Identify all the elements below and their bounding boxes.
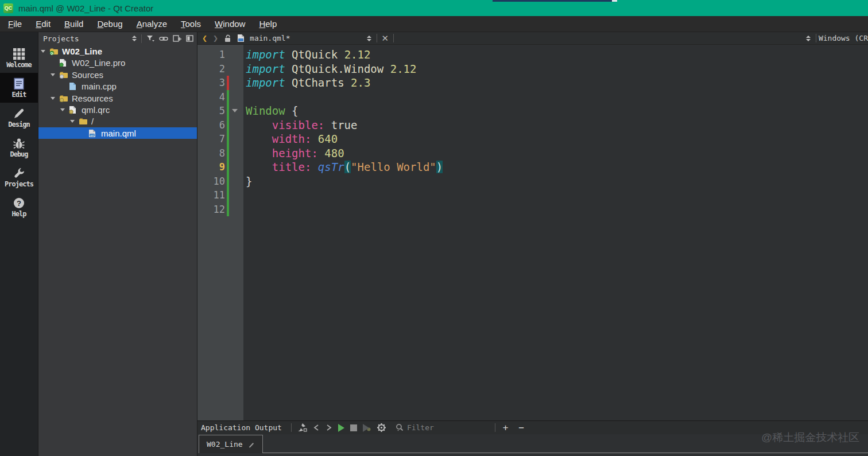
rerun-pencil-icon[interactable] [248, 441, 255, 448]
code-line-4[interactable] [246, 90, 443, 104]
line-ending-selector[interactable]: Windows (CR [819, 34, 868, 42]
mode-welcome[interactable]: Welcome [0, 43, 38, 73]
mode-debug[interactable]: Debug [0, 132, 38, 162]
menu-build[interactable]: Build [57, 16, 90, 32]
code-line-7[interactable]: width: 640 [246, 132, 443, 146]
menu-file[interactable]: File [1, 16, 29, 32]
stop-icon[interactable] [350, 424, 357, 431]
mode-help[interactable]: ?Help [0, 192, 38, 222]
menu-debug[interactable]: Debug [90, 16, 129, 32]
code-line-10[interactable]: } [246, 174, 443, 189]
tree-item-qml-qrc[interactable]: qml.qrc [38, 104, 197, 115]
qt-project-folder-icon: Qt [49, 47, 59, 55]
code-line-8[interactable]: height: 480 [246, 146, 443, 161]
code-line-2[interactable]: import QtQuick.Window 2.12 [246, 62, 443, 76]
line-number[interactable]: 7 [197, 132, 227, 146]
close-pane-icon[interactable] [186, 35, 193, 42]
run-debug-icon[interactable] [363, 424, 371, 432]
open-document-label[interactable]: main.qml* [250, 34, 290, 42]
mode-edit[interactable]: Edit [0, 73, 38, 103]
expand-arrow-icon[interactable] [70, 120, 75, 123]
tree-item-w02-line-pro[interactable]: W02_Line.pro [38, 57, 197, 68]
filter-icon[interactable] [146, 35, 154, 42]
line-number[interactable]: 8 [197, 146, 227, 161]
filter-input[interactable] [407, 423, 476, 432]
separator [495, 423, 495, 432]
zoom-out-button[interactable]: − [513, 422, 529, 433]
run-icon[interactable] [338, 424, 344, 432]
tree-item-main-qml[interactable]: qmlmain.qml [38, 127, 197, 139]
menu-analyze[interactable]: Analyze [130, 16, 174, 32]
line-number[interactable]: 5 [197, 104, 227, 118]
window-edge-artifact [493, 0, 612, 2]
expand-arrow-icon[interactable] [51, 73, 55, 76]
menu-window[interactable]: Window [208, 16, 252, 32]
projects-panel: Projects QtW02_LineW02_Line.proSourcesma… [38, 32, 197, 456]
code-line-9[interactable]: title: qsTr("Hello World") [246, 160, 443, 174]
code-line-1[interactable]: import QtQuick 2.12 [246, 48, 443, 62]
output-tab-w02-line[interactable]: W02_Line [199, 435, 263, 453]
zoom-in-button[interactable]: + [498, 422, 514, 433]
link-with-editor-icon[interactable] [159, 36, 168, 42]
tree-item-main-cpp[interactable]: main.cpp [38, 80, 197, 92]
projects-panel-title[interactable]: Projects [43, 34, 130, 43]
settings-gear-icon[interactable] [377, 423, 386, 432]
expand-arrow-icon[interactable] [51, 97, 55, 100]
unlock-icon[interactable] [224, 34, 231, 42]
line-ending-selector-arrows-icon[interactable] [806, 36, 811, 41]
output-pane-title[interactable]: Application Output [201, 423, 282, 432]
pane-selector-arrows-icon[interactable] [132, 36, 137, 41]
line-number[interactable]: 3 [197, 76, 227, 90]
code-editor[interactable]: 123456789101112 import QtQuick 2.12impor… [197, 45, 868, 420]
line-number[interactable]: 1 [197, 48, 227, 62]
fold-marker-icon[interactable] [232, 109, 238, 112]
vcs-change-bar-red [227, 76, 229, 90]
clear-output-icon[interactable] [297, 423, 307, 432]
code-line-6[interactable]: visible: true [246, 118, 443, 132]
code-area[interactable]: import QtQuick 2.12import QtQuick.Window… [246, 48, 443, 216]
tree-item-w02-line[interactable]: QtW02_Line [38, 45, 197, 57]
tree-item-sources[interactable]: Sources [38, 69, 197, 80]
editor-gutter[interactable]: 123456789101112 [197, 45, 243, 420]
line-number[interactable]: 10 [197, 174, 227, 189]
next-item-icon[interactable] [326, 424, 332, 431]
tree-item--[interactable]: / [38, 115, 197, 127]
cpp-file-icon [69, 82, 76, 91]
code-line-12[interactable] [246, 202, 443, 217]
menu-tools[interactable]: Tools [174, 16, 208, 32]
back-icon[interactable]: ❮ [202, 33, 207, 44]
line-number[interactable]: 12 [197, 202, 227, 217]
close-document-icon[interactable]: ✕ [379, 33, 392, 44]
code-line-5[interactable]: Window { [246, 104, 443, 118]
expand-arrow-icon[interactable] [41, 50, 45, 53]
mode-design[interactable]: Design [0, 103, 38, 132]
tree-item-label: main.cpp [82, 81, 117, 92]
separator [291, 423, 292, 432]
tree-item-label: Sources [72, 69, 103, 80]
qml-file-icon: qml [88, 129, 96, 138]
mode-projects[interactable]: Projects [0, 162, 38, 192]
previous-item-icon[interactable] [313, 424, 320, 431]
code-line-11[interactable] [246, 188, 443, 202]
line-number[interactable]: 2 [197, 62, 227, 76]
menu-edit[interactable]: Edit [29, 16, 57, 32]
separator [393, 34, 394, 42]
line-number[interactable]: 11 [197, 188, 227, 202]
tree-item-resources[interactable]: Resources [38, 92, 197, 104]
bottom-divider [262, 453, 868, 453]
code-line-3[interactable]: import QtCharts 2.3 [246, 76, 443, 90]
search-icon [395, 423, 404, 432]
grid-icon [13, 48, 25, 60]
expand-arrow-icon[interactable] [60, 108, 65, 111]
line-number[interactable]: 6 [197, 118, 227, 132]
forward-icon[interactable]: ❯ [213, 33, 218, 44]
menu-help[interactable]: Help [252, 16, 284, 32]
split-icon[interactable] [173, 35, 181, 42]
line-number[interactable]: 4 [197, 90, 227, 104]
line-number[interactable]: 9 [197, 160, 227, 174]
mode-sidebar: WelcomeEditDesignDebugProjects?Help [0, 32, 38, 456]
window-title: main.qml @ W02_Line - Qt Creator [18, 3, 153, 13]
qrc-file-icon [69, 106, 76, 114]
pro-file-icon [59, 59, 67, 67]
document-selector-arrows-icon[interactable] [367, 36, 371, 41]
